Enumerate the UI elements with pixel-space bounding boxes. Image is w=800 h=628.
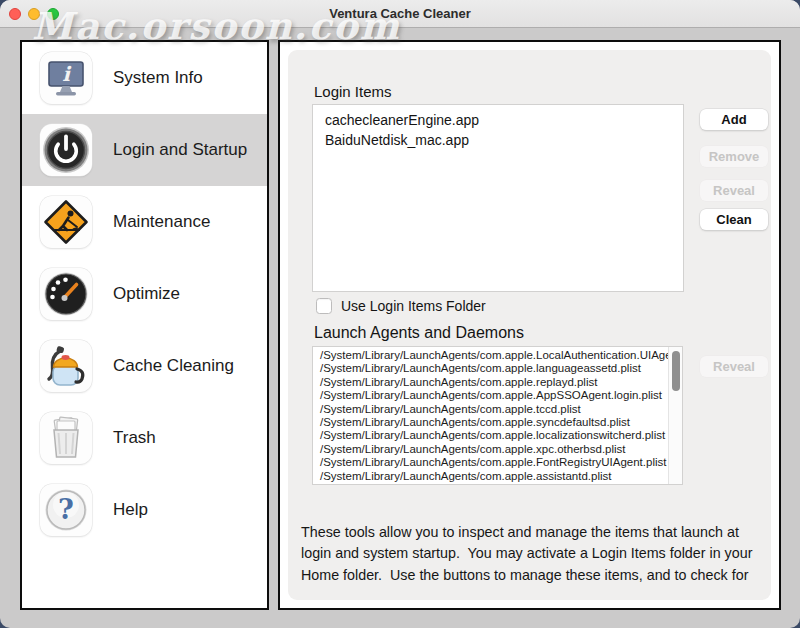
login-items-title: Login Items [314,83,392,100]
help-description: These tools allow you to inspect and man… [301,522,779,586]
use-login-items-folder-row: Use Login Items Folder [316,298,486,314]
sidebar-item-trash[interactable]: Trash [22,402,267,474]
title-bar: Ventura Cache Cleaner [0,0,800,28]
launch-agent-row[interactable]: /System/Library/LaunchAgents/com.apple.s… [313,416,682,429]
launch-agent-row[interactable]: /System/Library/LaunchAgents/com.apple.l… [313,429,682,442]
description-line: Home folder. Use the buttons to manage t… [301,565,779,586]
main-panel: Login Items cachecleanerEngine.app Baidu… [278,40,781,610]
login-startup-groupbox: Login Items cachecleanerEngine.app Baidu… [288,50,771,600]
launch-agent-row[interactable]: /System/Library/LaunchAgents/com.apple.x… [313,443,682,456]
sidebar-item-label: Login and Startup [113,140,247,160]
description-line: These tools allow you to inspect and man… [301,522,779,543]
sidebar: i System Info Login and Startup [20,40,269,610]
sidebar-item-label: Optimize [113,284,180,304]
cleaner-jar-icon [40,340,92,392]
description-line: login and system startup. You may activa… [301,543,779,564]
sidebar-item-label: Help [113,500,148,520]
sidebar-item-login-and-startup[interactable]: Login and Startup [22,114,267,186]
use-login-items-folder-checkbox[interactable] [316,298,332,314]
system-info-monitor-icon: i [40,52,92,104]
trash-can-icon [40,412,92,464]
reveal-launch-agent-button[interactable]: Reveal [700,356,768,377]
launch-agent-row[interactable]: /System/Library/LaunchAgents/com.apple.F… [313,456,682,469]
launch-agent-row[interactable]: /System/Library/LaunchAgents/com.apple.t… [313,403,682,416]
launch-agents-title: Launch Agents and Daemons [314,324,524,342]
gauge-icon [40,268,92,320]
roadwork-sign-icon [40,196,92,248]
reveal-login-item-button[interactable]: Reveal [700,180,768,201]
launch-agent-row[interactable]: /System/Library/LaunchAgents/com.apple.r… [313,376,682,389]
question-mark-icon: ? [40,484,92,536]
remove-button[interactable]: Remove [700,146,768,167]
launch-agents-list[interactable]: /System/Library/LaunchAgents/com.apple.L… [312,346,683,485]
launch-agent-row[interactable]: /System/Library/LaunchAgents/com.apple.a… [313,470,682,483]
sidebar-item-label: Cache Cleaning [113,356,234,376]
login-item[interactable]: cachecleanerEngine.app [313,110,683,130]
sidebar-item-system-info[interactable]: i System Info [22,42,267,114]
scrollbar[interactable] [668,347,682,484]
checkbox-label: Use Login Items Folder [341,298,486,314]
add-button[interactable]: Add [700,109,768,130]
sidebar-item-label: Trash [113,428,156,448]
window-title: Ventura Cache Cleaner [0,6,800,21]
sidebar-item-cache-cleaning[interactable]: Cache Cleaning [22,330,267,402]
launch-agent-row[interactable]: /System/Library/LaunchAgents/com.apple.l… [313,362,682,375]
clean-button[interactable]: Clean [700,209,768,230]
sidebar-item-help[interactable]: ? Help [22,474,267,546]
login-item[interactable]: BaiduNetdisk_mac.app [313,130,683,150]
launch-agent-row[interactable]: /System/Library/LaunchAgents/com.apple.A… [313,389,682,402]
sidebar-item-optimize[interactable]: Optimize [22,258,267,330]
svg-text:?: ? [58,494,74,525]
app-window: Ventura Cache Cleaner Mac.orsoon.com i S… [0,0,800,628]
sidebar-item-label: System Info [113,68,203,88]
power-button-icon [40,124,92,176]
sidebar-item-label: Maintenance [113,212,210,232]
scrollbar-thumb[interactable] [672,351,680,391]
sidebar-item-maintenance[interactable]: Maintenance [22,186,267,258]
launch-agent-row[interactable]: /System/Library/LaunchAgents/com.apple.L… [313,349,682,362]
login-items-list[interactable]: cachecleanerEngine.app BaiduNetdisk_mac.… [312,104,684,292]
